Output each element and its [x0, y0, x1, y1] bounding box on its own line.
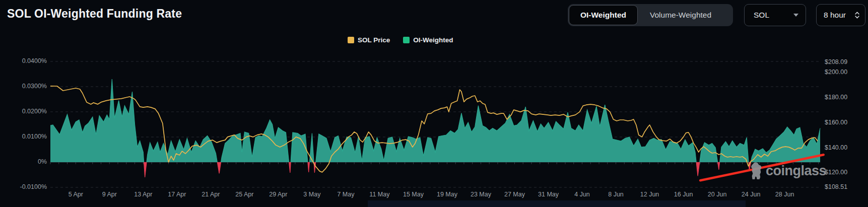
x-axis-label: 9 Apr [92, 191, 127, 198]
x-axis-label: 23 May [463, 191, 498, 198]
x-axis-label: 15 May [395, 191, 431, 198]
bottom-scroll-highlight [368, 200, 746, 207]
y-axis-label-left: 0.0100% [0, 133, 47, 140]
funding-line [50, 79, 820, 177]
y-axis-label-right: $200.00 [825, 68, 847, 76]
funding-area-positive [50, 79, 820, 177]
y-axis-label-left: 0.0300% [0, 83, 47, 90]
coinglass-bear-icon [748, 162, 763, 179]
y-axis-label-left: 0% [0, 158, 47, 165]
x-axis-label: 13 Apr [125, 191, 161, 198]
x-axis-label: 12 Jun [632, 191, 667, 198]
x-axis-label: 21 Apr [193, 191, 228, 198]
x-axis-label: 29 Apr [260, 191, 296, 198]
x-axis-label: 25 Apr [227, 191, 262, 198]
coinglass-watermark-text: coinglass [766, 163, 826, 179]
x-axis-label: 27 May [497, 191, 532, 198]
y-axis-label-left: 0.0400% [0, 57, 47, 64]
y-axis-label-right: $140.00 [825, 144, 847, 151]
funding-area-negative [50, 79, 820, 177]
x-axis-label: 8 Jun [598, 191, 634, 198]
y-axis-label-right: $180.00 [825, 94, 847, 101]
coinglass-watermark: coinglass [748, 162, 826, 179]
x-axis-label: 3 May [294, 191, 329, 198]
y-axis-label-right: $160.00 [825, 119, 847, 126]
x-axis-label: 5 Apr [58, 191, 93, 198]
y-axis-label-left: -0.0100% [0, 183, 47, 190]
x-axis-label: 4 Jun [565, 191, 600, 198]
y-axis-label-right: $208.09 [825, 58, 847, 65]
x-axis-label: 7 May [328, 191, 363, 198]
x-axis-label: 17 Apr [159, 191, 194, 198]
y-axis-label-left: 0.0200% [0, 108, 47, 115]
x-axis-label: 24 Jun [733, 191, 769, 198]
chart-canvas[interactable] [0, 0, 868, 207]
y-axis-label-right: $108.51 [825, 183, 847, 190]
x-axis-label: 28 Jun [767, 191, 803, 198]
x-axis-label: 31 May [531, 191, 566, 198]
x-axis-label: 20 Jun [700, 191, 735, 198]
x-axis-label: 16 Jun [666, 191, 701, 198]
x-axis-label: 11 May [362, 191, 397, 198]
x-axis-label: 19 May [429, 191, 464, 198]
y-axis-label-right: $120.00 [825, 169, 847, 176]
funding-line-negative [50, 79, 820, 177]
